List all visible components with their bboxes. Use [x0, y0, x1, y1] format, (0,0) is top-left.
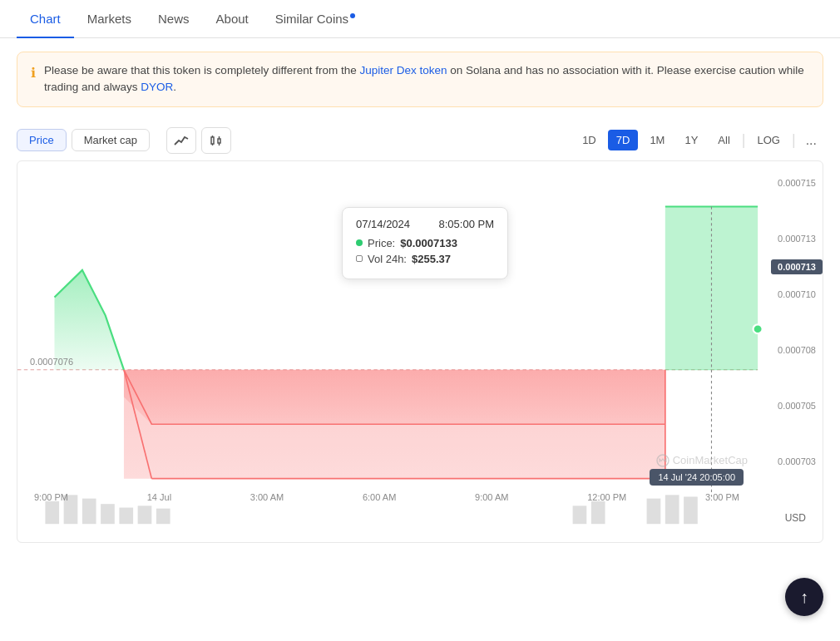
tooltip-price-label: Price:	[368, 237, 395, 249]
line-chart-icon	[174, 135, 189, 146]
jupiter-dex-link[interactable]: Jupiter Dex token	[359, 64, 447, 76]
dyor-link[interactable]: DYOR	[141, 81, 173, 93]
x-label-6: 12:00 PM	[587, 492, 626, 502]
x-label-2: 14 Jul	[147, 492, 171, 502]
cmc-logo-icon	[656, 454, 670, 467]
chart-controls: Price Market cap 1D 7D 1M 1Y All | LOG |	[0, 121, 840, 160]
candle-chart-button[interactable]	[201, 127, 231, 154]
y-label-3: 0.000710	[778, 289, 816, 299]
tooltip-vol-icon	[356, 255, 363, 262]
scroll-top-button[interactable]: ↑	[785, 578, 823, 616]
ref-price-label: 0.0007076	[30, 357, 73, 367]
tooltip-vol-value: $255.37	[412, 253, 451, 265]
date-axis-label: 14 Jul '24 20:05:00	[650, 469, 744, 486]
info-icon: ℹ	[31, 63, 36, 83]
more-options-button[interactable]: ...	[799, 130, 823, 151]
watermark: CoinMarketCap	[656, 454, 748, 467]
x-label-4: 6:00 AM	[363, 492, 396, 502]
tab-bar: Chart Markets News About Similar Coins	[0, 0, 840, 38]
x-label-1: 9:00 PM	[34, 492, 68, 502]
notice-text: Please be aware that this token is compl…	[44, 62, 809, 96]
similar-coins-dot	[350, 13, 355, 18]
y-label-1: 0.000715	[778, 178, 816, 188]
x-axis: 9:00 PM 14 Jul 3:00 AM 6:00 AM 9:00 AM 1…	[17, 492, 756, 502]
7d-button[interactable]: 7D	[608, 130, 639, 150]
log-button[interactable]: LOG	[749, 130, 788, 150]
svg-rect-3	[218, 139, 220, 143]
y-label-4: 0.000708	[778, 345, 816, 355]
tooltip-date: 07/14/2024	[356, 218, 410, 230]
svg-rect-20	[138, 505, 152, 524]
price-axis-label: 0.000713	[771, 259, 823, 274]
svg-rect-19	[119, 507, 133, 524]
tooltip-price-row: Price: $0.0007133	[356, 237, 494, 249]
y-label-6: 0.000703	[778, 456, 816, 466]
tab-markets[interactable]: Markets	[74, 0, 145, 37]
svg-point-14	[754, 324, 763, 333]
tooltip-price-dot	[356, 239, 363, 246]
tab-chart[interactable]: Chart	[17, 0, 74, 37]
tab-news[interactable]: News	[145, 0, 203, 37]
watermark-text: CoinMarketCap	[673, 454, 748, 466]
svg-rect-15	[45, 500, 59, 523]
x-label-5: 9:00 AM	[475, 492, 508, 502]
controls-left: Price Market cap	[17, 127, 231, 154]
svg-rect-17	[82, 498, 96, 524]
line-chart-button[interactable]	[166, 127, 196, 154]
1d-button[interactable]: 1D	[574, 130, 605, 150]
x-label-7: 3:00 PM	[705, 492, 739, 502]
svg-rect-18	[101, 504, 115, 524]
1m-button[interactable]: 1M	[641, 130, 673, 150]
price-button[interactable]: Price	[17, 129, 67, 151]
svg-point-27	[657, 455, 669, 466]
separator-2: |	[792, 131, 796, 149]
all-button[interactable]: All	[709, 130, 738, 150]
x-label-3: 3:00 AM	[250, 492, 284, 502]
svg-rect-22	[573, 505, 587, 524]
tooltip-date-row: 07/14/2024 8:05:00 PM	[356, 218, 494, 230]
y-label-5: 0.000705	[778, 401, 816, 411]
svg-rect-24	[647, 498, 661, 524]
tooltip-vol-label: Vol 24h:	[368, 253, 407, 265]
svg-rect-0	[211, 137, 214, 144]
y-axis: 0.000715 0.000713 0.000710 0.000708 0.00…	[778, 161, 816, 484]
tooltip-time: 8:05:00 PM	[439, 218, 495, 230]
1y-button[interactable]: 1Y	[676, 130, 706, 150]
chart-area: 0.000715 0.000713 0.000710 0.000708 0.00…	[17, 160, 823, 543]
market-cap-button[interactable]: Market cap	[72, 129, 150, 151]
svg-rect-23	[591, 500, 605, 523]
candle-chart-icon	[209, 135, 224, 146]
separator-1: |	[742, 131, 746, 149]
svg-rect-21	[156, 508, 170, 524]
tooltip-vol-row: Vol 24h: $255.37	[356, 253, 494, 265]
tooltip-price-value: $0.0007133	[400, 237, 457, 249]
tab-about[interactable]: About	[203, 0, 262, 37]
chart-tooltip: 07/14/2024 8:05:00 PM Price: $0.0007133 …	[342, 207, 508, 279]
y-label-2: 0.000713	[778, 234, 816, 244]
notice-banner: ℹ Please be aware that this token is com…	[17, 52, 823, 107]
controls-right: 1D 7D 1M 1Y All | LOG | ...	[574, 130, 823, 151]
tab-similar-coins[interactable]: Similar Coins	[262, 0, 368, 37]
scroll-top-icon: ↑	[800, 588, 808, 607]
usd-label: USD	[785, 512, 806, 524]
